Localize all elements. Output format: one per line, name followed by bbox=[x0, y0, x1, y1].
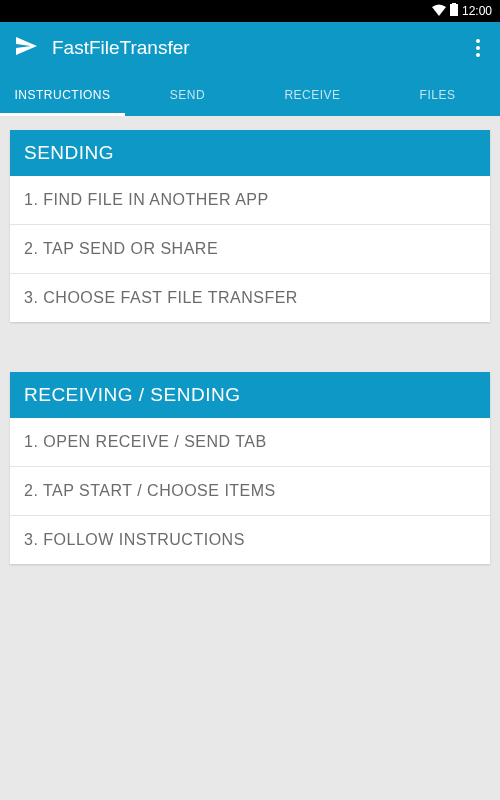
svg-rect-0 bbox=[450, 4, 458, 16]
status-bar: 12:00 bbox=[0, 0, 500, 22]
section-sending: SENDING 1. FIND FILE IN ANOTHER APP 2. T… bbox=[10, 130, 490, 322]
section-header: SENDING bbox=[10, 130, 490, 176]
list-item: 3. FOLLOW INSTRUCTIONS bbox=[10, 516, 490, 564]
svg-rect-1 bbox=[452, 3, 456, 5]
more-vert-icon[interactable] bbox=[470, 33, 486, 63]
main-content: SENDING 1. FIND FILE IN ANOTHER APP 2. T… bbox=[0, 116, 500, 628]
tab-instructions[interactable]: INSTRUCTIONS bbox=[0, 74, 125, 116]
list-item: 2. TAP START / CHOOSE ITEMS bbox=[10, 467, 490, 516]
app-title: FastFileTransfer bbox=[52, 37, 470, 59]
tab-bar: INSTRUCTIONS SEND RECEIVE FILES bbox=[0, 74, 500, 116]
list-item: 2. TAP SEND OR SHARE bbox=[10, 225, 490, 274]
tab-receive[interactable]: RECEIVE bbox=[250, 74, 375, 116]
list-item: 1. FIND FILE IN ANOTHER APP bbox=[10, 176, 490, 225]
tab-files[interactable]: FILES bbox=[375, 74, 500, 116]
list-item: 1. OPEN RECEIVE / SEND TAB bbox=[10, 418, 490, 467]
paper-plane-icon bbox=[14, 34, 38, 62]
list-item: 3. CHOOSE FAST FILE TRANSFER bbox=[10, 274, 490, 322]
app-header: FastFileTransfer bbox=[0, 22, 500, 74]
clock-text: 12:00 bbox=[462, 4, 492, 18]
section-header: RECEIVING / SENDING bbox=[10, 372, 490, 418]
battery-icon bbox=[450, 3, 458, 19]
tab-send[interactable]: SEND bbox=[125, 74, 250, 116]
wifi-icon bbox=[432, 4, 446, 19]
section-receiving-sending: RECEIVING / SENDING 1. OPEN RECEIVE / SE… bbox=[10, 372, 490, 564]
